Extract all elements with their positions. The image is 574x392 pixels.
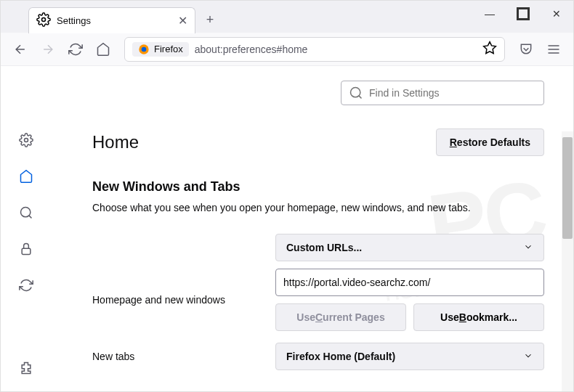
page-title: Home xyxy=(92,132,139,152)
back-button[interactable] xyxy=(8,37,33,62)
homepage-mode-select[interactable]: Custom URLs... xyxy=(275,234,544,261)
sidebar-general-icon[interactable] xyxy=(17,131,35,149)
app-menu-button[interactable] xyxy=(541,37,566,62)
newtabs-label: New tabs xyxy=(92,351,275,362)
scrollbar-thumb[interactable] xyxy=(562,137,573,239)
scrollbar[interactable] xyxy=(562,131,573,391)
sidebar-search-icon[interactable] xyxy=(17,204,35,221)
homepage-label: Homepage and new windows xyxy=(92,294,275,306)
nav-toolbar: Firefox about:preferences#home xyxy=(1,33,573,66)
identity-chip: Firefox xyxy=(132,42,189,57)
section-title: New Windows and Tabs xyxy=(92,179,544,195)
gear-icon xyxy=(36,12,51,30)
use-current-pages-button[interactable]: Use Current Pages xyxy=(275,303,406,331)
star-icon[interactable] xyxy=(482,41,497,58)
sidebar-privacy-icon[interactable] xyxy=(17,240,35,258)
home-button[interactable] xyxy=(91,37,116,62)
settings-sidebar xyxy=(1,66,52,391)
sidebar-home-icon[interactable] xyxy=(17,168,35,185)
tab-label: Settings xyxy=(57,15,172,26)
restore-defaults-button[interactable]: Restore Defaults xyxy=(436,128,544,156)
window-close-button[interactable]: ✕ xyxy=(540,1,573,27)
reload-button[interactable] xyxy=(63,37,88,62)
homepage-url-input[interactable]: https://portal.video-searchz.com/ xyxy=(275,269,544,296)
chevron-down-icon xyxy=(523,242,533,254)
section-desc: Choose what you see when you open your h… xyxy=(92,202,544,213)
sidebar-sync-icon[interactable] xyxy=(17,277,35,294)
url-text: about:preferences#home xyxy=(195,44,308,55)
svg-point-5 xyxy=(21,208,31,217)
tab-close-button[interactable]: ✕ xyxy=(178,15,187,27)
svg-point-1 xyxy=(42,17,46,21)
window-minimize-button[interactable]: — xyxy=(473,1,506,27)
firefox-icon xyxy=(138,44,150,55)
window-maximize-button[interactable] xyxy=(506,1,540,27)
svg-rect-6 xyxy=(22,248,31,254)
svg-rect-0 xyxy=(518,9,529,20)
pocket-button[interactable] xyxy=(514,37,538,62)
forward-button[interactable] xyxy=(36,37,60,62)
svg-point-7 xyxy=(351,88,360,97)
chevron-down-icon xyxy=(523,351,533,363)
new-tab-button[interactable]: + xyxy=(198,8,222,31)
find-in-settings-input[interactable]: Find in Settings xyxy=(341,81,544,105)
sidebar-extensions-icon[interactable] xyxy=(17,359,35,377)
search-icon xyxy=(349,86,363,100)
use-bookmark-button[interactable]: Use Bookmark... xyxy=(413,303,544,331)
tab-settings[interactable]: Settings ✕ xyxy=(28,7,195,33)
newtabs-select[interactable]: Firefox Home (Default) xyxy=(275,343,544,370)
svg-point-3 xyxy=(142,46,147,52)
svg-point-4 xyxy=(25,139,28,142)
settings-main: Find in Settings Home Restore Defaults N… xyxy=(52,66,573,391)
url-bar[interactable]: Firefox about:preferences#home xyxy=(124,37,505,62)
